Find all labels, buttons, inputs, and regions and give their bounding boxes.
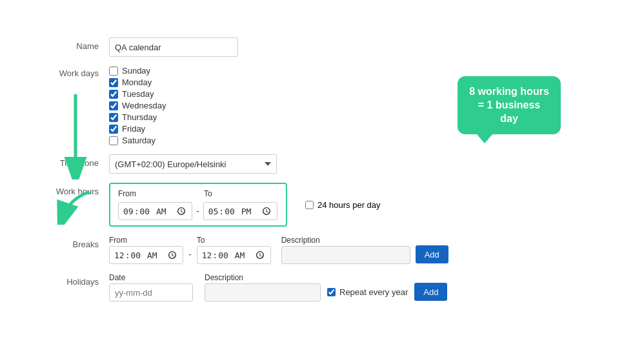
work-from-input-wrapper — [118, 202, 192, 220]
checkbox-saturday[interactable]: Saturday — [109, 136, 166, 145]
checkbox-saturday-input[interactable] — [109, 136, 118, 145]
tooltip-text: 8 working hours = 1 business day — [469, 86, 549, 124]
work-from-time-input[interactable] — [123, 205, 188, 218]
workdays-label: Work days — [51, 66, 109, 78]
holidays-description-header: Description — [205, 273, 321, 282]
name-label: Name — [51, 37, 109, 51]
checkbox-sunday-input[interactable] — [109, 67, 118, 76]
work-hours-header-row: From To — [118, 189, 278, 200]
work-to-input-wrapper — [203, 202, 277, 220]
checkbox-thursday-input[interactable] — [109, 113, 118, 122]
holidays-inputs: Date Description Repeat every year Add — [109, 273, 447, 302]
to-header: To — [204, 189, 278, 198]
breaks-row: Breaks From - To Description Add — [51, 236, 593, 264]
dash-separator: - — [196, 206, 199, 216]
breaks-description-header: Description — [281, 236, 410, 245]
breaks-inputs: From - To Description Add — [109, 236, 448, 264]
repeat-label[interactable]: Repeat every year — [327, 287, 408, 297]
checkbox-friday[interactable]: Friday — [109, 124, 166, 134]
work-hours-time-row: - — [118, 202, 278, 220]
timezone-select[interactable]: (GMT+02:00) Europe/Helsinki — [109, 154, 277, 174]
breaks-to-header: To — [197, 236, 271, 245]
workhours-row: Work hours From To - — [51, 183, 593, 227]
holidays-description-input[interactable] — [205, 283, 321, 302]
breaks-to-input[interactable] — [201, 249, 267, 261]
checkbox-tuesday[interactable]: Tuesday — [109, 89, 166, 99]
arrow-down-annotation — [56, 89, 95, 179]
tooltip-bubble: 8 working hours = 1 business day — [458, 76, 561, 134]
breaks-label: Breaks — [51, 236, 109, 249]
timezone-row: Time zone (GMT+02:00) Europe/Helsinki — [51, 154, 593, 174]
name-row: Name — [51, 37, 593, 57]
per-day-label[interactable]: 24 hours per day — [305, 200, 381, 210]
breaks-from-wrapper — [109, 246, 183, 264]
checkbox-monday[interactable]: Monday — [109, 77, 166, 87]
holidays-add-button[interactable]: Add — [414, 283, 447, 301]
arrow-left-annotation — [56, 186, 95, 225]
holidays-label: Holidays — [51, 273, 109, 287]
checkbox-tuesday-input[interactable] — [109, 90, 118, 99]
holidays-row: Holidays Date Description Repeat every y… — [51, 273, 593, 302]
per-day-text: 24 hours per day — [317, 200, 381, 210]
per-day-checkbox[interactable] — [305, 201, 314, 209]
name-input[interactable] — [109, 37, 238, 57]
work-hours-box: From To - — [109, 183, 287, 227]
breaks-description-input[interactable] — [281, 246, 410, 264]
breaks-from-header: From — [109, 236, 183, 245]
breaks-to-wrapper — [197, 246, 271, 264]
checkbox-monday-input[interactable] — [109, 78, 118, 87]
breaks-add-button[interactable]: Add — [416, 245, 448, 263]
checkbox-wednesday-input[interactable] — [109, 101, 118, 110]
checkbox-thursday[interactable]: Thursday — [109, 112, 166, 122]
repeat-checkbox[interactable] — [327, 288, 336, 296]
checkbox-wednesday[interactable]: Wednesday — [109, 101, 166, 110]
work-to-time-input[interactable] — [208, 205, 273, 218]
checkbox-sunday[interactable]: Sunday — [109, 66, 166, 76]
workdays-checkboxes: Sunday Monday Tuesday Wednesday Thursday… — [109, 66, 166, 145]
breaks-dash: - — [188, 249, 192, 260]
repeat-text: Repeat every year — [339, 287, 408, 297]
holidays-date-input[interactable] — [109, 283, 193, 302]
holidays-date-header: Date — [109, 273, 193, 282]
breaks-from-input[interactable] — [114, 249, 179, 261]
from-header: From — [118, 189, 192, 198]
checkbox-friday-input[interactable] — [109, 125, 118, 134]
